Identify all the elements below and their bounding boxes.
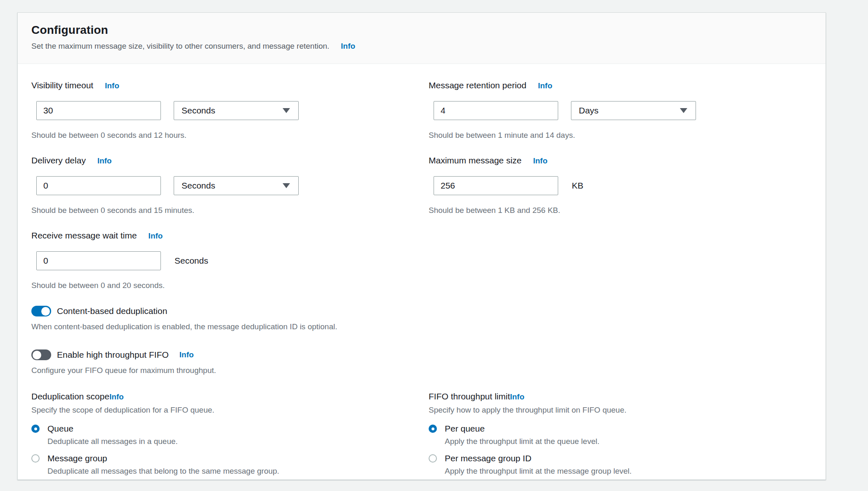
receive-wait-time-input[interactable] (36, 251, 161, 270)
high-throughput-fifo-toggle[interactable] (31, 349, 51, 360)
deduplication-scope-description: Specify the scope of deduplication for a… (31, 406, 429, 415)
receive-wait-time-hint: Should be between 0 and 20 seconds. (31, 281, 812, 290)
fifo-throughput-limit-group: FIFO throughput limit Info Specify how t… (429, 392, 812, 483)
radio-option-per-queue[interactable]: Per queue Apply the throughput limit at … (429, 424, 812, 446)
maximum-message-size-unit-text: KB (572, 181, 583, 191)
radio-description-per-queue: Apply the throughput limit at the queue … (445, 437, 812, 446)
delivery-delay-field: Delivery delay Info Seconds Should be be… (31, 156, 429, 215)
page-title: Configuration (31, 24, 812, 37)
radio-label-per-queue: Per queue (445, 424, 485, 434)
delivery-delay-input[interactable] (36, 176, 161, 195)
maximum-message-size-label: Maximum message size (429, 156, 521, 165)
receive-wait-time-info-link[interactable]: Info (149, 231, 163, 241)
maximum-message-size-hint: Should be between 1 KB and 256 KB. (429, 206, 812, 215)
visibility-timeout-hint: Should be between 0 seconds and 12 hours… (31, 131, 429, 140)
message-retention-label: Message retention period (429, 80, 526, 90)
delivery-delay-label: Delivery delay (31, 156, 86, 165)
receive-wait-time-field: Receive message wait time Info Seconds S… (31, 231, 812, 290)
content-deduplication-toggle[interactable] (31, 306, 51, 316)
deduplication-scope-group: Deduplication scope Info Specify the sco… (31, 392, 429, 483)
radio-description-message-group: Deduplicate all messages that belong to … (47, 467, 429, 476)
maximum-message-size-field: Maximum message size Info KB Should be b… (429, 156, 812, 215)
visibility-timeout-unit-select[interactable]: Seconds (174, 101, 299, 120)
content-deduplication-label: Content-based deduplication (57, 306, 167, 316)
chevron-down-icon (680, 108, 687, 113)
visibility-timeout-info-link[interactable]: Info (105, 81, 119, 90)
fifo-throughput-limit-label: FIFO throughput limit (429, 392, 510, 401)
visibility-timeout-input[interactable] (36, 101, 161, 120)
visibility-timeout-field: Visibility timeout Info Seconds Should b… (31, 80, 429, 140)
message-retention-field: Message retention period Info Days Shoul… (429, 80, 812, 140)
panel-subtitle: Set the maximum message size, visibility… (31, 42, 329, 51)
maximum-message-size-info-link[interactable]: Info (533, 156, 547, 165)
radio-label-per-message-group-id: Per message group ID (445, 453, 531, 463)
high-throughput-fifo-label: Enable high throughput FIFO (57, 350, 169, 360)
deduplication-scope-label: Deduplication scope (31, 392, 109, 401)
radio-option-per-message-group-id[interactable]: Per message group ID Apply the throughpu… (429, 453, 812, 476)
maximum-message-size-input[interactable] (434, 176, 558, 195)
configuration-info-link[interactable]: Info (341, 42, 355, 51)
delivery-delay-unit-select[interactable]: Seconds (174, 176, 299, 195)
visibility-timeout-label: Visibility timeout (31, 80, 93, 90)
fifo-throughput-limit-description: Specify how to apply the throughput limi… (429, 406, 812, 415)
message-retention-unit-select[interactable]: Days (571, 101, 696, 120)
content-deduplication-block: Content-based deduplication When content… (31, 306, 812, 331)
radio-button-per-queue[interactable] (429, 425, 437, 433)
radio-description-per-message-group-id: Apply the throughput limit at the messag… (445, 467, 812, 476)
radio-label-queue: Queue (47, 424, 73, 434)
fifo-throughput-limit-info-link[interactable]: Info (510, 392, 524, 401)
radio-label-message-group: Message group (47, 453, 107, 463)
panel-body: Visibility timeout Info Seconds Should b… (18, 64, 826, 491)
delivery-delay-info-link[interactable]: Info (97, 156, 112, 165)
delivery-delay-hint: Should be between 0 seconds and 15 minut… (31, 206, 429, 215)
radio-button-message-group[interactable] (31, 454, 40, 463)
message-retention-unit-value: Days (579, 106, 599, 116)
high-throughput-fifo-block: Enable high throughput FIFO Info Configu… (31, 349, 812, 375)
configuration-panel: Configuration Set the maximum message si… (17, 12, 826, 480)
radio-description-queue: Deduplicate all messages in a queue. (47, 437, 429, 446)
receive-wait-time-label: Receive message wait time (31, 231, 137, 241)
radio-option-queue[interactable]: Queue Deduplicate all messages in a queu… (31, 424, 429, 446)
content-deduplication-description: When content-based deduplication is enab… (31, 322, 812, 331)
high-throughput-fifo-description: Configure your FIFO queue for maximum th… (31, 366, 812, 375)
radio-option-message-group[interactable]: Message group Deduplicate all messages t… (31, 453, 429, 476)
high-throughput-fifo-info-link[interactable]: Info (179, 350, 194, 359)
chevron-down-icon (283, 183, 290, 188)
chevron-down-icon (283, 108, 290, 113)
radio-button-per-message-group-id[interactable] (429, 454, 437, 463)
message-retention-hint: Should be between 1 minute and 14 days. (429, 131, 812, 140)
toggle-knob (33, 351, 41, 359)
delivery-delay-unit-value: Seconds (182, 181, 215, 191)
deduplication-scope-info-link[interactable]: Info (109, 392, 124, 401)
visibility-timeout-unit-value: Seconds (182, 106, 215, 116)
receive-wait-time-unit-text: Seconds (175, 256, 208, 266)
toggle-knob (41, 307, 50, 316)
radio-button-queue[interactable] (31, 425, 40, 433)
message-retention-info-link[interactable]: Info (538, 81, 552, 90)
message-retention-input[interactable] (434, 101, 558, 120)
panel-header: Configuration Set the maximum message si… (18, 13, 826, 64)
